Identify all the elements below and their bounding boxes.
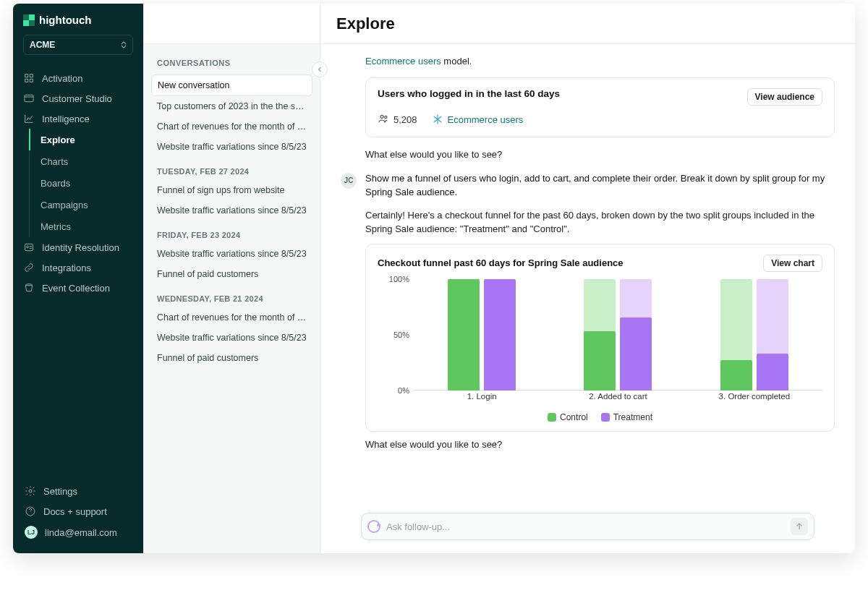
composer-input[interactable] [386, 521, 785, 532]
conversation-item[interactable]: Funnel of paid customers [151, 348, 312, 368]
nav-integrations[interactable]: Integrations [13, 257, 143, 278]
svg-rect-4 [25, 95, 33, 101]
audience-count: 5,208 [393, 114, 417, 125]
nav-customer-studio[interactable]: Customer Studio [13, 88, 143, 108]
conversation-item[interactable]: Website traffic variations since 8/5/23 [151, 137, 312, 157]
conversations-title: CONVERSATIONS [151, 57, 312, 74]
nav-sub-label: Boards [41, 178, 70, 189]
model-link[interactable]: Ecommerce users [365, 56, 441, 67]
gear-icon [25, 485, 36, 497]
ai-orb-icon [367, 520, 380, 533]
nav-sub-charts[interactable]: Charts [13, 150, 143, 172]
nav-docs[interactable]: Docs + support [17, 501, 139, 521]
conversation-item[interactable]: New conversation [151, 74, 312, 96]
link-icon [23, 262, 35, 273]
snowflake-icon [432, 114, 443, 125]
chart-group [550, 279, 686, 391]
svg-rect-3 [30, 79, 33, 82]
settings-label: Settings [43, 486, 77, 497]
audience-stats: 5,208 Ecommerce users [378, 113, 822, 127]
conversation-item[interactable]: Website traffic variations since 8/5/23 [151, 200, 312, 221]
nav-sub-label: Explore [41, 135, 75, 145]
main-panel: Explore Ecommerce users model. Users who… [320, 4, 855, 553]
nav-event-collection[interactable]: Event Collection [13, 278, 143, 298]
conversation-item[interactable]: Funnel of sign ups from website [151, 180, 312, 200]
sidebar: hightouch ACME Activation Customer Studi… [13, 4, 143, 553]
y-tick: 0% [398, 386, 409, 395]
chart-x-axis: 1. Login2. Added to cart3. Order complet… [414, 392, 822, 406]
send-button[interactable] [791, 518, 808, 535]
audience-source[interactable]: Ecommerce users [448, 114, 524, 125]
user-message: JC Show me a funnel of users who login, … [341, 171, 835, 200]
conversation-item[interactable]: Top customers of 2023 in the the state o… [151, 96, 312, 116]
sidebar-bottom: Settings Docs + support LJ linda@email.c… [13, 475, 143, 553]
chat-area: Ecommerce users model. Users who logged … [320, 44, 855, 553]
user-avatar-icon: JC [341, 173, 357, 189]
sidebar-nav: Activation Customer Studio Intelligence … [13, 62, 143, 475]
nav-label: Integrations [42, 263, 91, 273]
legend-item: Control [548, 412, 588, 422]
nav-sub-metrics[interactable]: Metrics [13, 216, 143, 237]
nav-activation[interactable]: Activation [13, 68, 143, 88]
composer[interactable] [361, 513, 814, 540]
nav-label: Intelligence [42, 114, 90, 124]
identity-icon [23, 242, 35, 253]
view-audience-button[interactable]: View audience [747, 88, 822, 106]
conversation-item[interactable]: Chart of revenues for the month of Octob… [151, 116, 312, 137]
assistant-message: Certainly! Here's a checkout funnel for … [341, 208, 835, 236]
brand: hightouch [23, 14, 133, 26]
chart-group [686, 279, 822, 391]
conversation-item[interactable]: Website traffic variations since 8/5/23 [151, 244, 312, 264]
conversation-item[interactable]: Website traffic variations since 8/5/23 [151, 328, 312, 348]
nav-sub-explore[interactable]: Explore [13, 129, 143, 150]
nav-sub-campaigns[interactable]: Campaigns [13, 194, 143, 216]
chevron-left-icon [315, 65, 324, 74]
chart-group [414, 279, 550, 391]
sidebar-top: hightouch ACME [13, 4, 143, 62]
nav-user[interactable]: LJ linda@email.com [17, 521, 139, 543]
chart-bar [484, 279, 516, 391]
chevron-updown-icon [121, 41, 127, 48]
user-email: linda@email.com [45, 527, 117, 538]
svg-point-7 [29, 490, 32, 492]
nav-sub-boards[interactable]: Boards [13, 172, 143, 194]
collapse-panel-button[interactable] [312, 61, 328, 77]
studio-icon [23, 93, 35, 104]
bucket-icon [23, 282, 35, 294]
chart-bar [620, 279, 652, 391]
chart-icon [23, 113, 35, 124]
user-message-text: Show me a funnel of users who login, add… [365, 173, 825, 198]
nav-sub-label: Charts [41, 156, 68, 167]
conversations-panel: CONVERSATIONS New conversationTop custom… [143, 4, 320, 553]
conversation-item[interactable]: Funnel of paid customers [151, 264, 312, 284]
nav-intelligence[interactable]: Intelligence [13, 108, 143, 129]
view-chart-button[interactable]: View chart [763, 255, 822, 272]
chat-scroll[interactable]: Ecommerce users model. Users who logged … [341, 44, 835, 505]
brand-name: hightouch [39, 14, 91, 26]
legend-item: Treatment [601, 412, 652, 422]
conversations-date-header: TUESDAY, FEB 27 2024 [151, 157, 312, 180]
audience-title: Users who logged in in the last 60 days [378, 88, 560, 99]
x-tick-label: 1. Login [414, 392, 550, 406]
conversation-item[interactable]: Chart of revenues for the month of Octob… [151, 307, 312, 328]
chart-card: Checkout funnel past 60 days for Spring … [365, 244, 835, 432]
workspace-picker[interactable]: ACME [23, 35, 133, 55]
y-tick: 100% [389, 275, 409, 283]
chart-bar [757, 279, 788, 391]
nav-sub-label: Campaigns [41, 200, 88, 210]
nav-settings[interactable]: Settings [17, 481, 139, 501]
x-tick-label: 2. Added to cart [550, 392, 686, 406]
nav-identity[interactable]: Identity Resolution [13, 237, 143, 257]
conversations-date-header: WEDNESDAY, FEB 21 2024 [151, 284, 312, 307]
svg-point-10 [385, 116, 387, 118]
x-tick-label: 3. Order completed [686, 392, 822, 406]
nav-label: Activation [42, 73, 82, 84]
conversations-list: CONVERSATIONS New conversationTop custom… [144, 44, 320, 553]
user-avatar: LJ [25, 526, 38, 539]
nav-label: Event Collection [42, 283, 110, 294]
workspace-name: ACME [30, 40, 55, 50]
chart-bar [448, 279, 480, 391]
chart-title: Checkout funnel past 60 days for Spring … [378, 257, 624, 268]
y-tick: 50% [393, 330, 409, 339]
nav-sub-label: Metrics [41, 221, 71, 232]
